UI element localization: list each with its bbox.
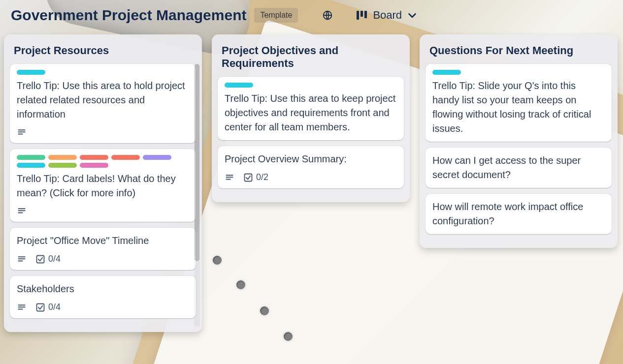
card-text: How can I get access to the super secret…	[432, 153, 605, 182]
card-badges: 0/4	[17, 302, 189, 312]
card-labels	[225, 83, 397, 88]
description-icon	[17, 303, 27, 312]
checklist-icon	[35, 303, 45, 312]
card-text: Trello Tip: Use this area to keep projec…	[225, 91, 397, 134]
svg-rect-13	[37, 255, 44, 263]
card[interactable]: Project "Office Move" Timeline0/4	[10, 228, 196, 270]
label-red[interactable]	[111, 155, 140, 160]
svg-rect-2	[361, 11, 363, 17]
svg-rect-3	[364, 11, 367, 18]
label-sky[interactable]	[225, 83, 253, 88]
label-green[interactable]	[17, 155, 45, 160]
card-badges: 0/4	[17, 254, 189, 264]
svg-rect-6	[18, 134, 23, 135]
svg-rect-17	[37, 303, 44, 311]
svg-rect-9	[18, 212, 23, 213]
label-sky[interactable]	[432, 70, 461, 75]
card[interactable]: Trello Tip: Card labels! What do they me…	[10, 149, 196, 222]
card[interactable]: How can I get access to the super secret…	[426, 148, 612, 188]
svg-rect-4	[18, 129, 26, 130]
card-text: Stakeholders	[17, 282, 189, 296]
board-header: Government Project Management Template B…	[0, 0, 623, 32]
card-text: How will remote work impact office confi…	[432, 200, 605, 228]
description-icon	[17, 254, 27, 264]
template-badge[interactable]: Template	[254, 8, 298, 23]
svg-rect-16	[18, 308, 23, 309]
label-lime[interactable]	[48, 163, 77, 168]
card-labels	[432, 70, 605, 75]
card-badges: 0/2	[225, 172, 397, 182]
scrollbar-thumb[interactable]	[195, 64, 199, 261]
card-text: Project Overview Summary:	[225, 152, 397, 166]
svg-rect-21	[245, 174, 252, 181]
list: Project ResourcesTrello Tip: Use this ar…	[4, 34, 202, 332]
svg-rect-18	[226, 175, 233, 176]
chevron-down-icon	[407, 10, 418, 21]
svg-rect-12	[18, 260, 23, 261]
card[interactable]: Stakeholders0/4	[10, 276, 196, 318]
card[interactable]: Project Overview Summary:0/2	[218, 146, 404, 188]
list-title[interactable]: Project Resources	[10, 41, 196, 64]
list: Questions For Next MeetingTrello Tip: Sl…	[420, 34, 618, 248]
checklist-count: 0/4	[48, 254, 61, 264]
card-text: Trello Tip: Card labels! What do they me…	[17, 172, 189, 200]
svg-rect-20	[226, 179, 231, 180]
svg-rect-5	[18, 131, 26, 132]
description-icon	[17, 206, 27, 216]
description-icon	[225, 173, 234, 182]
checklist-badge: 0/4	[35, 302, 61, 312]
card-text: Project "Office Move" Timeline	[17, 234, 189, 248]
list-title[interactable]: Questions For Next Meeting	[426, 41, 612, 64]
label-purple[interactable]	[143, 155, 171, 160]
card[interactable]: Trello Tip: Use this area to hold projec…	[10, 64, 196, 143]
card-labels	[17, 155, 189, 168]
checklist-badge: 0/4	[35, 254, 61, 264]
card[interactable]: Trello Tip: Slide your Q's into this han…	[426, 64, 612, 142]
checklist-count: 0/4	[48, 302, 61, 312]
card-badges	[17, 206, 189, 216]
svg-rect-11	[18, 258, 26, 259]
globe-icon[interactable]	[320, 7, 335, 23]
svg-rect-7	[18, 208, 26, 209]
board-view-icon	[356, 10, 368, 21]
svg-rect-1	[357, 11, 359, 20]
svg-rect-15	[18, 306, 26, 307]
card-labels	[17, 70, 189, 75]
card[interactable]: Trello Tip: Use this area to keep projec…	[218, 77, 404, 140]
checklist-icon	[243, 173, 253, 182]
svg-rect-14	[18, 304, 26, 305]
checklist-icon	[35, 254, 45, 264]
list-scrollbar[interactable]	[194, 64, 200, 327]
label-orange[interactable]	[48, 155, 77, 160]
view-label: Board	[373, 9, 402, 22]
label-sky[interactable]	[17, 70, 45, 75]
label-red[interactable]	[80, 155, 108, 160]
label-pink[interactable]	[80, 163, 108, 168]
checklist-count: 0/2	[256, 172, 268, 182]
svg-rect-10	[18, 256, 26, 257]
label-sky[interactable]	[17, 163, 45, 168]
card-badges	[17, 127, 189, 137]
lists-area: Project ResourcesTrello Tip: Use this ar…	[0, 32, 623, 334]
list: Project Objectives and RequirementsTrell…	[212, 34, 410, 202]
view-switcher[interactable]: Board	[353, 7, 421, 24]
description-icon	[17, 127, 27, 137]
svg-rect-19	[226, 177, 233, 178]
card-text: Trello Tip: Slide your Q's into this han…	[432, 79, 605, 136]
svg-rect-8	[18, 210, 26, 211]
board-title[interactable]: Government Project Management	[11, 7, 246, 24]
card-text: Trello Tip: Use this area to hold projec…	[17, 79, 189, 121]
card[interactable]: How will remote work impact office confi…	[426, 194, 612, 234]
list-title[interactable]: Project Objectives and Requirements	[218, 41, 404, 77]
checklist-badge: 0/2	[243, 172, 268, 182]
